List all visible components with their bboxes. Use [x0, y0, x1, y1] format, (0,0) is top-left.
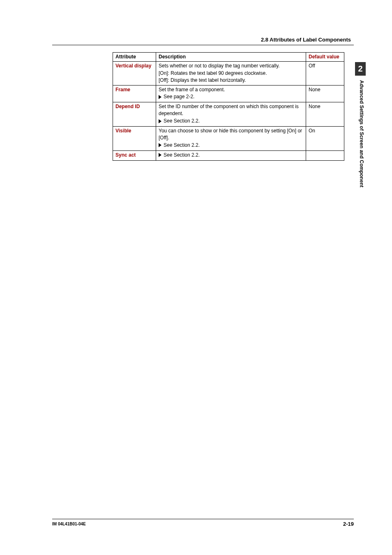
col-header-attribute: Attribute: [113, 53, 156, 62]
default-value-cell: Off: [306, 62, 344, 85]
default-value-cell: None: [306, 85, 344, 102]
default-value-cell: On: [306, 126, 344, 150]
description-cell: Set the frame of a component.See page 2-…: [156, 85, 306, 102]
table-row: Sync actSee Section 2.2.: [113, 150, 344, 160]
see-reference: See Section 2.2.: [159, 118, 200, 125]
triangle-right-icon: [159, 95, 161, 99]
see-reference-text: See page 2-2.: [164, 93, 194, 100]
description-line: [Off]: Displays the text label horizonta…: [159, 77, 303, 84]
attribute-name: Visible: [115, 128, 131, 134]
attribute-name: Sync act: [115, 152, 136, 158]
table-body: Vertical displaySets whether or not to d…: [113, 62, 344, 160]
chapter-tab-label: Advanced Settings of Screen and Componen…: [359, 80, 364, 187]
description-line: You can choose to show or hide this comp…: [159, 127, 303, 142]
table-row: VisibleYou can choose to show or hide th…: [113, 126, 344, 150]
triangle-right-icon: [159, 143, 161, 147]
table-header-row: Attribute Description Default value: [113, 53, 344, 62]
table-row: FrameSet the frame of a component.See pa…: [113, 85, 344, 102]
table-row: Depend IDSet the ID number of the compon…: [113, 102, 344, 127]
attribute-name: Depend ID: [115, 104, 140, 109]
footer-page-number: 2-19: [343, 521, 354, 527]
attribute-name: Frame: [115, 87, 130, 92]
description-cell: Set the ID number of the component on wh…: [156, 102, 306, 127]
description-line: [On]: Rotates the text label 90 degrees …: [159, 70, 303, 77]
attributes-table-wrap: Attribute Description Default value Vert…: [113, 52, 344, 161]
see-reference-text: See Section 2.2.: [164, 152, 200, 159]
attribute-cell: Sync act: [113, 150, 156, 160]
default-value-cell: None: [306, 102, 344, 127]
col-header-default: Default value: [306, 53, 344, 62]
col-header-description: Description: [156, 53, 306, 62]
header-rule: [52, 45, 354, 45]
description-line: Set the frame of a component.: [159, 86, 303, 93]
see-reference: See page 2-2.: [159, 93, 194, 100]
attributes-table: Attribute Description Default value Vert…: [113, 52, 344, 161]
attribute-name: Vertical display: [115, 63, 151, 69]
description-line: Set the ID number of the component on wh…: [159, 103, 303, 118]
description-cell: You can choose to show or hide this comp…: [156, 126, 306, 150]
triangle-right-icon: [159, 119, 161, 123]
description-cell: See Section 2.2.: [156, 150, 306, 160]
attribute-cell: Visible: [113, 126, 156, 150]
attribute-cell: Vertical display: [113, 62, 156, 85]
description-cell: Sets whether or not to display the tag n…: [156, 62, 306, 85]
section-heading: 2.8 Attributes of Label Components: [261, 37, 351, 43]
header-attribute-text: Attribute: [115, 54, 136, 60]
see-reference-text: See Section 2.2.: [164, 142, 200, 149]
table-row: Vertical displaySets whether or not to d…: [113, 62, 344, 85]
see-reference: See Section 2.2.: [159, 152, 200, 159]
triangle-right-icon: [159, 153, 161, 157]
see-reference: See Section 2.2.: [159, 142, 200, 149]
chapter-tab: 2: [355, 62, 366, 76]
default-value-cell: [306, 150, 344, 160]
description-line: Sets whether or not to display the tag n…: [159, 62, 303, 69]
attribute-cell: Frame: [113, 85, 156, 102]
footer-doc-id: IM 04L41B01-04E: [52, 522, 86, 526]
footer-rule: [52, 519, 354, 519]
attribute-cell: Depend ID: [113, 102, 156, 127]
header-default-text: Default value: [309, 54, 339, 60]
header-description-text: Description: [159, 54, 186, 60]
see-reference-text: See Section 2.2.: [164, 118, 200, 125]
page: 2.8 Attributes of Label Components Attri…: [0, 0, 392, 555]
